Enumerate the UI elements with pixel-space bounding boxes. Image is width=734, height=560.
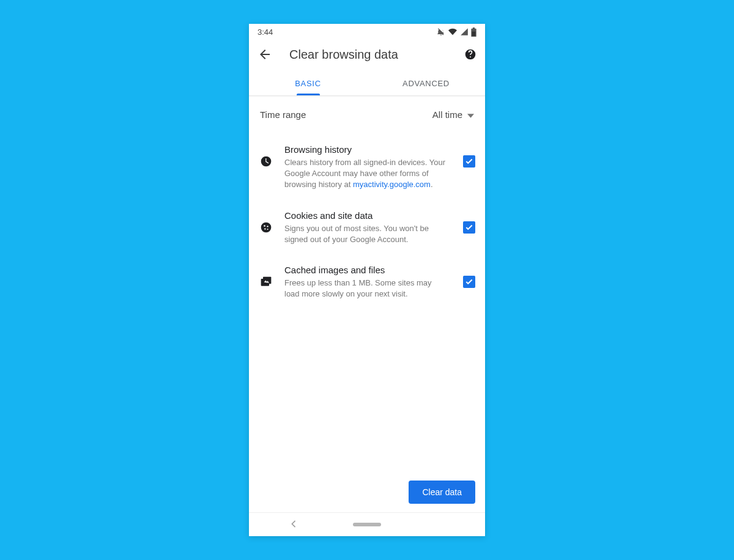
tab-advanced[interactable]: ADVANCED [367,70,485,95]
svg-rect-9 [263,277,271,284]
android-nav-bar [249,513,485,536]
option-title: Cached images and files [284,265,446,275]
option-description: Signs you out of most sites. You won't b… [284,223,446,245]
status-bar: 3:44 [249,24,485,40]
option-title: Browsing history [284,144,446,155]
option-browsing-history: Browsing history Clears history from all… [249,131,485,197]
option-cookies: Cookies and site data Signs you out of m… [249,197,485,251]
option-text: Cached images and files Frees up less th… [284,265,451,300]
back-button[interactable] [258,47,272,62]
tabs: BASIC ADVANCED [249,70,485,96]
svg-rect-0 [472,31,476,35]
footer: Clear data [249,481,485,513]
option-text: Cookies and site data Signs you out of m… [284,210,451,245]
clear-data-button[interactable]: Clear data [409,481,475,504]
time-range-selector[interactable]: Time range All time [249,96,485,126]
options-list: Browsing history Clears history from all… [249,126,485,481]
tab-basic[interactable]: BASIC [249,70,367,95]
nav-back-icon[interactable] [291,520,297,529]
help-button[interactable] [464,48,476,61]
checkbox-history[interactable] [463,155,475,168]
option-cache: Cached images and files Frees up less th… [249,251,485,306]
svg-point-5 [267,226,268,227]
signal-icon [460,28,469,36]
battery-icon [471,28,476,37]
time-range-value: All time [432,109,462,120]
check-icon [465,223,473,232]
myactivity-link[interactable]: myactivity.google.com [353,180,431,189]
phone-frame: 3:44 Clear browsing data BASIC ADVANCED … [249,24,485,536]
svg-point-6 [264,228,265,229]
images-icon [260,276,272,288]
checkbox-cookies[interactable] [463,221,475,234]
notifications-off-icon [437,28,445,36]
time-range-value-wrap: All time [432,109,474,120]
check-icon [465,157,473,166]
status-time: 3:44 [258,28,273,37]
status-icons [437,28,476,37]
checkbox-cache[interactable] [463,276,475,288]
cookie-icon [260,221,272,234]
arrow-back-icon [258,47,272,62]
option-description: Frees up less than 1 MB. Some sites may … [284,278,446,300]
option-description: Clears history from all signed-in device… [284,157,446,191]
option-title: Cookies and site data [284,210,446,221]
time-range-label: Time range [260,109,306,120]
clock-icon [260,155,272,168]
wifi-icon [448,28,458,36]
option-text: Browsing history Clears history from all… [284,144,451,191]
help-icon [464,48,476,61]
app-header: Clear browsing data [249,40,485,70]
svg-point-7 [267,228,269,229]
nav-home-pill[interactable] [353,523,381,526]
chevron-down-icon [467,109,474,120]
svg-point-4 [264,225,265,227]
check-icon [465,278,473,286]
svg-point-3 [261,222,272,232]
page-title: Clear browsing data [272,48,464,62]
